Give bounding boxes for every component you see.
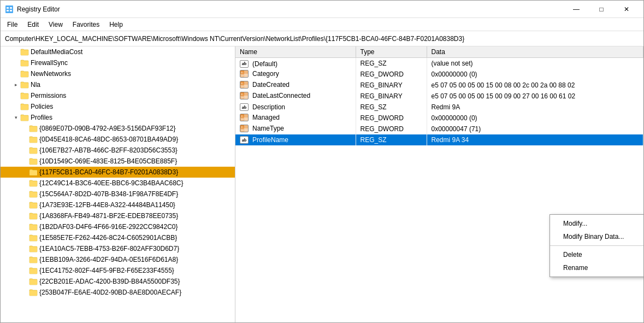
context-menu-item-modify-binary[interactable]: Modify Binary Data... bbox=[550, 230, 643, 243]
context-menu: Modify...Modify Binary Data...DeleteRena… bbox=[550, 214, 643, 277]
table-row[interactable]: abDescriptionREG_SZRedmi 9A bbox=[235, 102, 643, 113]
svg-rect-31 bbox=[244, 74, 248, 77]
folder-icon bbox=[29, 179, 38, 187]
table-row[interactable]: ab(Default)REG_SZ(value not set) bbox=[235, 58, 643, 69]
svg-rect-14 bbox=[29, 149, 37, 154]
svg-text:01: 01 bbox=[241, 115, 244, 118]
dword-icon: 01 10 Managed bbox=[240, 114, 280, 121]
folder-icon bbox=[20, 103, 29, 110]
tree-item[interactable]: {106E7B27-AB7B-466C-B2FF-8203D56C3553} bbox=[1, 145, 235, 156]
tree-item[interactable]: NewNetworks bbox=[1, 68, 235, 79]
svg-rect-20 bbox=[29, 214, 37, 219]
reg-type-cell: REG_DWORD bbox=[356, 113, 427, 124]
ab-icon: abProfileName bbox=[240, 136, 288, 144]
svg-text:01: 01 bbox=[241, 93, 244, 96]
tree-item[interactable]: {15C564A7-8D2D-407B-B348-1F98A7F8E4DF} bbox=[1, 189, 235, 199]
svg-rect-12 bbox=[29, 127, 37, 132]
reg-type-cell: REG_SZ bbox=[356, 102, 427, 113]
svg-rect-4 bbox=[10, 10, 12, 11]
svg-rect-9 bbox=[21, 94, 28, 99]
menu-item-view[interactable]: View bbox=[44, 20, 67, 30]
reg-name-text: ProfileName bbox=[252, 136, 288, 144]
table-row[interactable]: 01 10 ManagedREG_DWORD0x00000000 (0) bbox=[235, 113, 643, 124]
tree-item[interactable]: Policies bbox=[1, 101, 235, 112]
svg-rect-29 bbox=[244, 71, 248, 74]
tree-item[interactable]: {1EA10AC5-7EBB-4753-B26F-802AFF30D6D7} bbox=[1, 243, 235, 254]
tree-item-label: {117F5CB1-BCA0-46FC-84B7-F0201A0838D3} bbox=[39, 168, 178, 176]
minimize-button[interactable]: — bbox=[564, 1, 589, 18]
table-row[interactable]: 01 10 DateCreatedREG_BINARYe5 07 05 00 0… bbox=[235, 80, 643, 91]
folder-icon bbox=[29, 125, 38, 132]
svg-rect-6 bbox=[21, 61, 28, 66]
folder-icon bbox=[29, 256, 38, 263]
table-row[interactable]: 01 10 NameTypeREG_DWORD0x00000047 (71) bbox=[235, 124, 643, 134]
tree-item[interactable]: DefaultMediaCost bbox=[1, 46, 235, 57]
menu-item-favorites[interactable]: Favorites bbox=[68, 20, 104, 30]
table-row[interactable]: 01 10 DateLastConnectedREG_BINARYe5 07 0… bbox=[235, 91, 643, 102]
table-row[interactable]: 01 10 CategoryREG_DWORD0x00000000 (0) bbox=[235, 69, 643, 80]
tree-item[interactable]: {1EBB109A-3266-4D2F-94DA-0E516F6D61A8} bbox=[1, 254, 235, 265]
tree-item[interactable]: {1A8368FA-FB49-4871-BF2E-EDEB78EE0735} bbox=[1, 210, 235, 221]
svg-rect-16 bbox=[29, 171, 37, 175]
menu-item-edit[interactable]: Edit bbox=[23, 20, 43, 30]
table-header-row: Name Type Data bbox=[235, 46, 643, 58]
registry-table-scroll[interactable]: Name Type Data ab(Default)REG_SZ(value n… bbox=[235, 46, 643, 322]
tree-item[interactable]: Profiles bbox=[1, 112, 235, 123]
tree-item[interactable]: {1B2DAF03-D4F6-4F66-916E-2922CC9842C0} bbox=[1, 221, 235, 232]
tree-item[interactable]: {253B047F-E6AE-40D2-90BD-8AE8D00AECAF} bbox=[1, 287, 235, 298]
folder-icon bbox=[20, 48, 29, 56]
svg-text:10: 10 bbox=[241, 118, 244, 121]
window-title: Registry Editor bbox=[17, 5, 60, 13]
svg-rect-8 bbox=[21, 83, 28, 88]
registry-editor-window: Registry Editor — □ ✕ FileEditViewFavori… bbox=[0, 0, 644, 323]
ab-icon: abDescription bbox=[240, 103, 285, 111]
svg-rect-1 bbox=[7, 7, 9, 9]
svg-rect-24 bbox=[29, 258, 37, 263]
svg-rect-47 bbox=[244, 114, 248, 118]
folder-icon bbox=[29, 146, 38, 154]
reg-data-cell: 0x00000047 (71) bbox=[427, 124, 643, 134]
svg-rect-5 bbox=[21, 50, 28, 55]
reg-data-cell: e5 07 05 00 05 00 15 00 09 00 27 00 16 0… bbox=[427, 91, 643, 102]
tree-panel[interactable]: DefaultMediaCost FirewallSync NewNetwork… bbox=[1, 46, 235, 322]
reg-data-cell: e5 07 05 00 05 00 15 00 08 00 2c 00 2a 0… bbox=[427, 80, 643, 91]
tree-item-label: {106E7B27-AB7B-466C-B2FF-8203D56C3553} bbox=[39, 146, 178, 154]
tree-item-label: {0D45E418-8CA6-48DC-8653-08701BA49AD9} bbox=[39, 136, 178, 143]
table-row[interactable]: abProfileNameREG_SZRedmi 9A 34 bbox=[235, 134, 643, 145]
svg-rect-53 bbox=[244, 125, 248, 128]
folder-icon bbox=[29, 289, 38, 296]
tree-item[interactable]: {12C49C14-B3C6-40EE-BBC6-9C3B4BAAC68C} bbox=[1, 178, 235, 189]
svg-rect-2 bbox=[10, 7, 12, 9]
tree-item-label: DefaultMediaCost bbox=[31, 48, 82, 56]
tree-item-label: Nla bbox=[31, 81, 40, 89]
tree-item[interactable]: {1EC41752-802F-44F5-9FB2-F65E233F4555} bbox=[1, 265, 235, 276]
tree-item[interactable]: {22CB201E-ADAC-4200-B39D-B84A5500DF35} bbox=[1, 276, 235, 287]
context-menu-item-modify[interactable]: Modify... bbox=[550, 217, 643, 230]
folder-icon bbox=[29, 278, 38, 285]
svg-rect-11 bbox=[21, 116, 28, 121]
tree-item[interactable]: FirewallSync bbox=[1, 57, 235, 68]
context-menu-separator bbox=[550, 245, 643, 246]
tree-item[interactable]: {1E585E7E-F262-4426-8C24-C6052901ACBB} bbox=[1, 232, 235, 243]
tree-item[interactable]: Permissions bbox=[1, 90, 235, 101]
maximize-button[interactable]: □ bbox=[589, 1, 614, 18]
tree-item[interactable]: {1A73E93E-12FB-44E8-A322-44484BA11450} bbox=[1, 199, 235, 210]
tree-item[interactable]: {0D45E418-8CA6-48DC-8653-08701BA49AD9} bbox=[1, 134, 235, 145]
tree-item[interactable]: {0869E07D-090B-4792-A9E3-5156DAF93F12} bbox=[1, 123, 235, 134]
context-menu-item-delete[interactable]: Delete bbox=[550, 248, 643, 261]
folder-icon bbox=[29, 212, 38, 220]
tree-item[interactable]: {117F5CB1-BCA0-46FC-84B7-F0201A0838D3} bbox=[1, 167, 235, 178]
context-menu-item-rename[interactable]: Rename bbox=[550, 261, 643, 274]
menu-item-help[interactable]: Help bbox=[105, 20, 127, 30]
reg-name-text: NameType bbox=[252, 125, 284, 132]
svg-rect-13 bbox=[29, 138, 37, 143]
svg-rect-3 bbox=[7, 10, 9, 11]
menu-item-file[interactable]: File bbox=[3, 20, 22, 30]
reg-type-cell: REG_BINARY bbox=[356, 91, 427, 102]
tree-item-label: Profiles bbox=[31, 114, 52, 121]
close-button[interactable]: ✕ bbox=[614, 1, 639, 18]
svg-rect-35 bbox=[244, 81, 248, 85]
tree-item[interactable]: Nla bbox=[1, 79, 235, 90]
tree-item[interactable]: {10D1549C-069E-483E-8125-B4E05CBE885F} bbox=[1, 156, 235, 167]
right-panel: Name Type Data ab(Default)REG_SZ(value n… bbox=[235, 46, 643, 322]
